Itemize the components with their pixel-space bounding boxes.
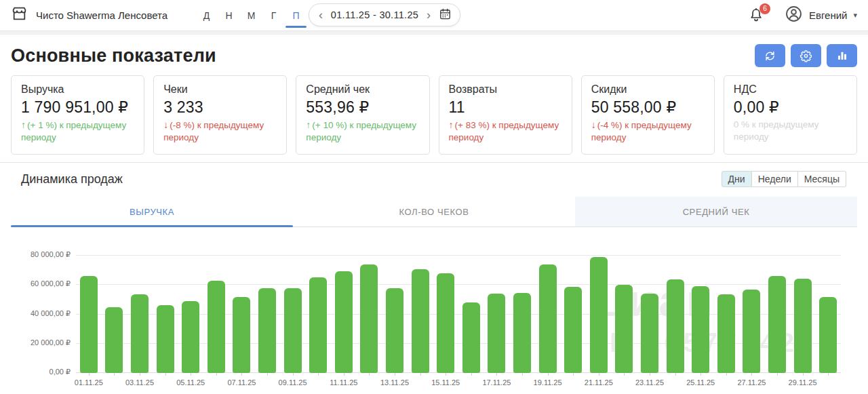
kpi-value: 553,96 ₽ <box>306 98 419 117</box>
period-tab-period[interactable]: П <box>285 0 307 31</box>
y-tick-label: 80 000,00 ₽ <box>31 250 71 259</box>
x-tick <box>599 373 599 376</box>
kpi-title: НДС <box>734 83 847 96</box>
x-tick-label: 03.11.25 <box>125 378 154 387</box>
y-tick-label: 0,00 ₽ <box>50 368 71 376</box>
chart-bar <box>437 273 454 373</box>
arrow-down-icon: ↓ <box>163 119 168 130</box>
x-tick <box>548 373 549 376</box>
date-range-value: 01.11.25 - 30.11.25 <box>331 9 418 20</box>
kpi-delta: ↑(+ 1 %) к предыдущему периоду <box>21 119 134 144</box>
calendar-icon[interactable] <box>439 7 452 23</box>
x-tick <box>216 373 217 376</box>
chart-bar <box>157 305 174 373</box>
topbar-right: 6 Евгений ▾ <box>748 0 857 31</box>
y-tick-label: 20 000,00 ₽ <box>31 338 71 347</box>
x-tick <box>191 373 191 376</box>
granularity-months[interactable]: Месяцы <box>798 171 846 187</box>
chart-bar <box>309 277 327 373</box>
chart-bar <box>258 288 276 373</box>
topbar: Чисто Shawerma Ленсовета Д Н М Г П ‹ 01.… <box>0 0 868 31</box>
granularity-toggle: Дни Недели Месяцы <box>722 171 846 187</box>
chart-bar <box>667 279 684 373</box>
chart-bar <box>615 285 633 373</box>
kpi-value: 0,00 ₽ <box>734 98 847 117</box>
avatar-icon <box>785 5 803 26</box>
sales-title: Динамика продаж <box>21 172 123 186</box>
x-tick-label: 09.11.25 <box>279 378 307 387</box>
x-tick <box>573 373 574 376</box>
period-tabs: Д Н М Г П <box>195 0 307 31</box>
arrow-up-icon: ↑ <box>21 119 26 130</box>
tab-receipt-count[interactable]: КОЛ-ВО ЧЕКОВ <box>293 197 575 226</box>
y-tick-label: 60 000,00 ₽ <box>31 279 71 288</box>
x-tick-label: 17.11.25 <box>482 378 511 387</box>
chart-bar <box>208 281 225 373</box>
sales-chart: 0,00 ₽20 000,00 ₽40 000,00 ₽60 000,00 ₽8… <box>0 244 868 390</box>
chart-bar <box>80 276 98 373</box>
kpi-card-receipts: Чеки 3 233 ↓(-8 %) к предыдущему периоду <box>153 75 287 155</box>
chart-bar <box>131 294 149 373</box>
chart-bar <box>488 294 505 373</box>
settings-button[interactable] <box>791 44 821 67</box>
user-menu[interactable]: Евгений ▾ <box>785 5 857 26</box>
x-tick <box>777 373 778 376</box>
x-tick <box>267 373 268 376</box>
x-tick <box>395 373 395 376</box>
x-tick <box>344 373 344 376</box>
date-range-picker[interactable]: ‹ 01.11.25 - 30.11.25 › <box>309 3 460 26</box>
arrow-down-icon: ↓ <box>591 119 596 130</box>
next-period-chevron-icon[interactable]: › <box>425 9 432 21</box>
kpi-card-returns: Возвраты 11 ↑(+ 83 %) к предыдущему пери… <box>439 75 572 155</box>
period-tab-year[interactable]: Г <box>262 0 285 31</box>
x-tick <box>650 373 650 376</box>
x-tick-label: 27.11.25 <box>737 378 766 387</box>
refresh-button[interactable] <box>755 44 785 67</box>
x-tick <box>496 373 497 376</box>
x-tick <box>828 373 829 376</box>
chevron-down-icon: ▾ <box>853 11 857 20</box>
kpi-delta: 0 % к предыдущему периоду <box>734 119 847 143</box>
x-tick-label: 21.11.25 <box>585 378 613 387</box>
x-tick-label: 29.11.25 <box>789 378 817 387</box>
x-tick <box>420 373 421 376</box>
chart-bar <box>105 307 123 373</box>
period-tab-month[interactable]: М <box>240 0 262 31</box>
chart-bar <box>564 287 582 373</box>
chart-plot-area: циан ID 26577142 <box>76 244 841 373</box>
head-actions <box>755 44 857 67</box>
granularity-weeks[interactable]: Недели <box>752 171 798 187</box>
prev-period-chevron-icon[interactable]: ‹ <box>317 9 324 21</box>
chart-bar <box>360 264 378 373</box>
x-tick <box>89 373 90 376</box>
tab-revenue[interactable]: ВЫРУЧКА <box>11 197 293 226</box>
tab-avg-check[interactable]: СРЕДНИЙ ЧЕК <box>575 197 857 226</box>
x-tick-label: 15.11.25 <box>431 378 460 387</box>
kpi-card-revenue: Выручка 1 790 951,00 ₽ ↑(+ 1 %) к предыд… <box>11 75 144 155</box>
x-tick-label: 19.11.25 <box>534 378 562 387</box>
chart-bar <box>590 257 608 373</box>
bar-chart-button[interactable] <box>827 44 857 67</box>
page-head: Основные показатели <box>0 35 868 74</box>
kpi-card-vat: НДС 0,00 ₽ 0 % к предыдущему периоду <box>724 75 857 155</box>
x-tick <box>318 373 319 376</box>
period-tab-week[interactable]: Н <box>218 0 240 31</box>
storefront-icon <box>11 5 28 25</box>
notifications-badge: 6 <box>760 3 770 14</box>
x-tick-label: 25.11.25 <box>686 378 715 387</box>
x-tick <box>446 373 446 376</box>
kpi-value: 3 233 <box>163 98 277 117</box>
chart-bar <box>692 286 709 373</box>
x-tick-label: 13.11.25 <box>380 378 409 387</box>
chart-bar <box>284 288 302 373</box>
metric-tabs: ВЫРУЧКА КОЛ-ВО ЧЕКОВ СРЕДНИЙ ЧЕК <box>11 197 857 227</box>
x-tick <box>293 373 294 376</box>
period-tab-day[interactable]: Д <box>195 0 218 31</box>
gridline <box>76 284 841 285</box>
kpi-row: Выручка 1 790 951,00 ₽ ↑(+ 1 %) к предыд… <box>0 74 868 155</box>
notifications-button[interactable]: 6 <box>748 7 766 24</box>
granularity-days[interactable]: Дни <box>722 171 752 187</box>
x-tick-label: 11.11.25 <box>330 378 357 387</box>
x-tick <box>522 373 523 376</box>
kpi-delta: ↑(+ 10 %) к предыдущему периоду <box>306 119 419 144</box>
